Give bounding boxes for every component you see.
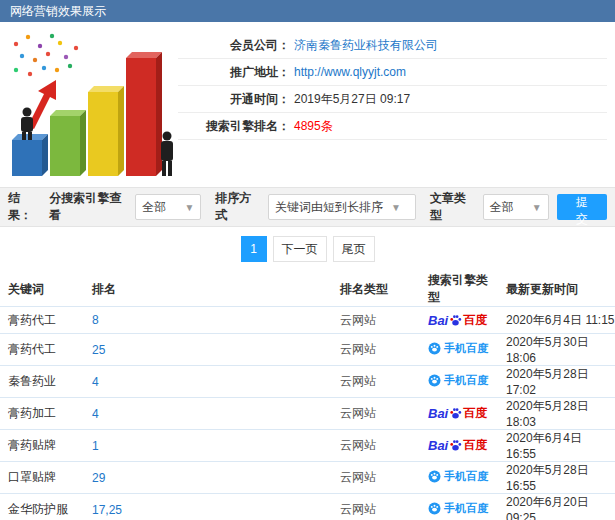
page-1-button[interactable]: 1 <box>241 236 267 262</box>
engine-select-value: 全部 <box>142 199 166 216</box>
promo-url-row: 推广地址： http://www.qlyyjt.com <box>178 59 607 86</box>
open-time-label: 开通时间： <box>178 91 290 108</box>
mobile-baidu-icon <box>428 374 441 387</box>
info-panel: 会员公司： 济南秦鲁药业科技有限公司 推广地址： http://www.qlyy… <box>178 22 615 187</box>
article-type-label: 文章类型 <box>430 190 475 224</box>
results-table: 关键词 排名 排名类型 搜索引擎类型 最新更新时间 膏药代工 8 云网站 Bai… <box>0 272 615 520</box>
engine-rank-count: 4895条 <box>294 118 333 135</box>
rank-link[interactable]: 17,25 <box>92 503 122 517</box>
mobile-baidu-icon <box>428 470 441 483</box>
update-time-cell: 2020年5月28日 17:02 <box>498 366 615 398</box>
keyword-cell: 金华防护服 <box>0 494 84 520</box>
pagination-area: 1 下一页 尾页 <box>0 227 615 272</box>
promo-url-label: 推广地址： <box>178 64 290 81</box>
baidu-paw-icon <box>449 407 462 420</box>
keyword-cell: 口罩贴牌 <box>0 462 84 494</box>
pagination: 1 下一页 尾页 <box>241 236 375 262</box>
sort-select[interactable]: 关键词由短到长排序 ▼ <box>268 194 416 220</box>
col-engine-type: 搜索引擎类型 <box>420 272 498 307</box>
sort-label: 排序方式 <box>215 190 260 224</box>
bar-chart-clipart-image <box>4 28 174 180</box>
baidu-logo: Bai百度 <box>428 312 487 329</box>
last-page-button[interactable]: 尾页 <box>333 236 375 262</box>
page-title: 网络营销效果展示 <box>10 4 106 18</box>
sort-select-value: 关键词由短到长排序 <box>275 199 383 216</box>
rank-type-cell: 云网站 <box>332 307 420 334</box>
table-header-row: 关键词 排名 排名类型 搜索引擎类型 最新更新时间 <box>0 272 615 307</box>
rank-type-cell: 云网站 <box>332 430 420 462</box>
table-row: 膏药贴牌 1 云网站 Bai百度 2020年6月4日 16:55 <box>0 430 615 462</box>
mobile-baidu-icon <box>428 502 441 515</box>
promo-url-link[interactable]: http://www.qlyyjt.com <box>294 65 406 79</box>
filter-controls: 分搜索引擎查看 全部 ▼ 排序方式 关键词由短到长排序 ▼ 文章类型 全部 ▼ … <box>43 190 607 224</box>
col-rank-type: 排名类型 <box>332 272 420 307</box>
article-type-value: 全部 <box>490 199 514 216</box>
baidu-paw-icon <box>449 439 462 452</box>
chevron-down-icon: ▼ <box>184 202 194 213</box>
article-type-select[interactable]: 全部 ▼ <box>483 194 549 220</box>
result-label: 结果： <box>8 190 43 224</box>
engine-rank-row: 搜索引擎排名： 4895条 <box>178 113 607 140</box>
col-keyword: 关键词 <box>0 272 84 307</box>
mobile-baidu-logo: 手机百度 <box>428 469 488 484</box>
table-row: 口罩贴牌 29 云网站 手机百度 2020年5月28日 16:55 <box>0 462 615 494</box>
update-time-cell: 2020年5月28日 16:55 <box>498 462 615 494</box>
col-rank: 排名 <box>84 272 332 307</box>
mobile-baidu-logo: 手机百度 <box>428 373 488 388</box>
rank-type-cell: 云网站 <box>332 398 420 430</box>
table-row: 金华防护服 17,25 云网站 手机百度 2020年6月20日 09:25 <box>0 494 615 520</box>
keyword-cell: 膏药代工 <box>0 334 84 366</box>
update-time-cell: 2020年5月30日 18:06 <box>498 334 615 366</box>
baidu-logo: Bai百度 <box>428 405 487 422</box>
rank-type-cell: 云网站 <box>332 494 420 520</box>
rank-type-cell: 云网站 <box>332 462 420 494</box>
next-page-button[interactable]: 下一页 <box>273 236 327 262</box>
mobile-baidu-logo: 手机百度 <box>428 341 488 356</box>
marketing-clipart <box>0 22 178 187</box>
rank-link[interactable]: 29 <box>92 471 105 485</box>
company-label: 会员公司： <box>178 37 290 54</box>
chevron-down-icon: ▼ <box>532 202 542 213</box>
rank-type-cell: 云网站 <box>332 366 420 398</box>
keyword-cell: 膏药加工 <box>0 398 84 430</box>
update-time-cell: 2020年6月4日 16:55 <box>498 430 615 462</box>
table-row: 膏药代工 25 云网站 手机百度 2020年5月30日 18:06 <box>0 334 615 366</box>
company-row: 会员公司： 济南秦鲁药业科技有限公司 <box>178 32 607 59</box>
filter-bar: 结果： 分搜索引擎查看 全部 ▼ 排序方式 关键词由短到长排序 ▼ 文章类型 全… <box>0 187 615 227</box>
open-time-row: 开通时间： 2019年5月27日 09:17 <box>178 86 607 113</box>
mobile-baidu-icon <box>428 342 441 355</box>
engine-rank-label: 搜索引擎排名： <box>178 118 290 135</box>
mobile-baidu-logo: 手机百度 <box>428 501 488 516</box>
rank-link[interactable]: 8 <box>92 313 99 327</box>
open-time-value: 2019年5月27日 09:17 <box>294 91 410 108</box>
rank-link[interactable]: 4 <box>92 375 99 389</box>
table-row: 膏药代工 8 云网站 Bai百度 2020年6月4日 11:15 <box>0 307 615 334</box>
keyword-cell: 膏药贴牌 <box>0 430 84 462</box>
company-link[interactable]: 济南秦鲁药业科技有限公司 <box>294 37 438 54</box>
table-row: 秦鲁药业 4 云网站 手机百度 2020年5月28日 17:02 <box>0 366 615 398</box>
engine-filter-label: 分搜索引擎查看 <box>49 190 127 224</box>
baidu-logo: Bai百度 <box>428 437 487 454</box>
table-row: 膏药加工 4 云网站 Bai百度 2020年5月28日 18:03 <box>0 398 615 430</box>
chevron-down-icon: ▼ <box>391 202 401 213</box>
window-title-bar: 网络营销效果展示 <box>0 0 615 22</box>
update-time-cell: 2020年6月20日 09:25 <box>498 494 615 520</box>
rank-type-cell: 云网站 <box>332 334 420 366</box>
engine-select[interactable]: 全部 ▼ <box>135 194 201 220</box>
baidu-paw-icon <box>449 314 462 327</box>
submit-button[interactable]: 提交 <box>557 194 607 220</box>
update-time-cell: 2020年5月28日 18:03 <box>498 398 615 430</box>
rank-link[interactable]: 4 <box>92 407 99 421</box>
keyword-cell: 膏药代工 <box>0 307 84 334</box>
keyword-cell: 秦鲁药业 <box>0 366 84 398</box>
rank-link[interactable]: 1 <box>92 439 99 453</box>
rank-link[interactable]: 25 <box>92 343 105 357</box>
update-time-cell: 2020年6月4日 11:15 <box>498 307 615 334</box>
member-info-section: 会员公司： 济南秦鲁药业科技有限公司 推广地址： http://www.qlyy… <box>0 22 615 187</box>
col-update-time: 最新更新时间 <box>498 272 615 307</box>
